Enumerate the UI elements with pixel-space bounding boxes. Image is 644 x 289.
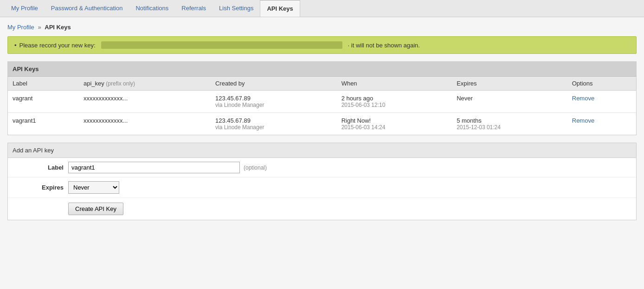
row-api-key: xxxxxxxxxxxxx...	[79, 91, 211, 113]
nav-lish-settings[interactable]: Lish Settings	[213, 0, 260, 17]
col-expires: Expires	[452, 77, 567, 91]
expires-field-label: Expires	[13, 184, 68, 191]
remove-link[interactable]: Remove	[572, 117, 594, 124]
nav-password-auth[interactable]: Password & Authentication	[45, 0, 129, 17]
row-when: 2 hours ago 2015-06-03 12:10	[337, 91, 452, 113]
breadcrumb-separator: »	[38, 24, 41, 31]
new-key-notification: • Please record your new key: · it will …	[7, 36, 637, 54]
col-api-key-note: (prefix only)	[106, 80, 135, 87]
nav-notifications[interactable]: Notifications	[129, 0, 175, 17]
notification-post-text: · it will not be shown again.	[348, 42, 420, 49]
notification-bullet: •	[14, 42, 17, 49]
label-optional-note: (optional)	[244, 164, 267, 171]
api-keys-table-section: API Keys Label api_key (prefix only) Cre…	[7, 61, 637, 135]
nav-api-keys[interactable]: API Keys	[260, 0, 300, 17]
row-options: Remove	[567, 113, 636, 135]
col-options: Options	[567, 77, 636, 91]
row-created-by: 123.45.67.89 via Linode Manager	[211, 113, 337, 135]
add-api-key-section: Add an API key Label (optional) Expires …	[7, 143, 637, 220]
row-label: vagrant1	[8, 113, 79, 135]
breadcrumb-current: API Keys	[45, 24, 71, 31]
main-content: My Profile » API Keys • Please record yo…	[0, 17, 644, 227]
breadcrumb: My Profile » API Keys	[7, 24, 637, 31]
col-api-key: api_key (prefix only)	[79, 77, 211, 91]
nav-referrals[interactable]: Referrals	[175, 0, 213, 17]
create-api-key-button[interactable]: Create API Key	[68, 203, 123, 215]
new-key-value	[101, 41, 342, 49]
col-label: Label	[8, 77, 79, 91]
row-api-key: xxxxxxxxxxxxx...	[79, 113, 211, 135]
row-label: vagrant	[8, 91, 79, 113]
label-input[interactable]	[68, 162, 240, 173]
submit-row: Create API Key	[8, 198, 636, 220]
row-expires: 5 months 2015-12-03 01:24	[452, 113, 567, 135]
api-keys-table-header: API Keys	[8, 62, 636, 77]
remove-link[interactable]: Remove	[572, 95, 594, 102]
table-row: vagrant1 xxxxxxxxxxxxx... 123.45.67.89 v…	[8, 113, 636, 135]
col-created-by: Created by	[211, 77, 337, 91]
label-field-label: Label	[13, 164, 68, 171]
row-created-by: 123.45.67.89 via Linode Manager	[211, 91, 337, 113]
expires-select[interactable]: Never1 hour2 hours4 hours8 hours12 hours…	[68, 181, 119, 194]
label-form-row: Label (optional)	[8, 158, 636, 177]
notification-pre-text: Please record your new key:	[19, 42, 96, 49]
col-when: When	[337, 77, 452, 91]
expires-form-row: Expires Never1 hour2 hours4 hours8 hours…	[8, 177, 636, 198]
row-options: Remove	[567, 91, 636, 113]
table-row: vagrant xxxxxxxxxxxxx... 123.45.67.89 vi…	[8, 91, 636, 113]
nav-my-profile[interactable]: My Profile	[5, 0, 45, 17]
add-section-header: Add an API key	[8, 143, 636, 158]
row-when: Right Now! 2015-06-03 14:24	[337, 113, 452, 135]
api-keys-table: Label api_key (prefix only) Created by W…	[8, 77, 636, 135]
top-nav: My Profile Password & Authentication Not…	[0, 0, 644, 17]
row-expires: Never	[452, 91, 567, 113]
breadcrumb-parent-link[interactable]: My Profile	[7, 24, 34, 31]
